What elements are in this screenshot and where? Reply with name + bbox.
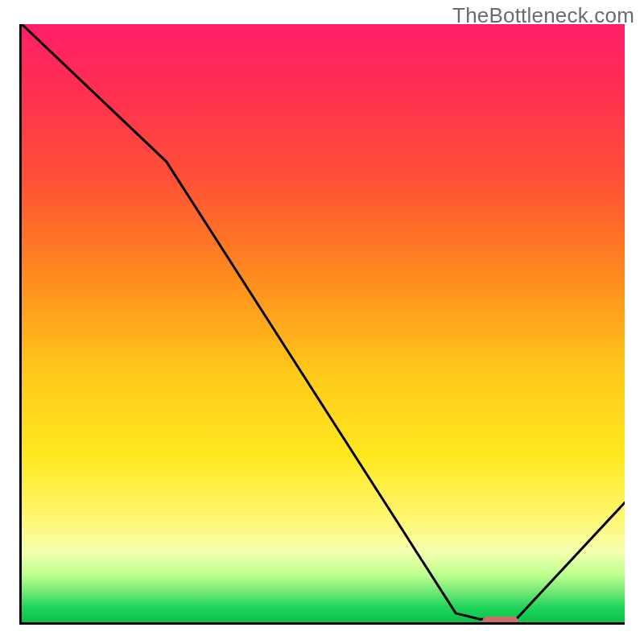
curve-svg (22, 24, 625, 622)
watermark-text: TheBottleneck.com (452, 3, 634, 28)
plot-area (19, 24, 625, 625)
bottleneck-curve (22, 24, 625, 619)
optimal-marker (482, 617, 518, 625)
chart-container: TheBottleneck.com (0, 0, 644, 644)
